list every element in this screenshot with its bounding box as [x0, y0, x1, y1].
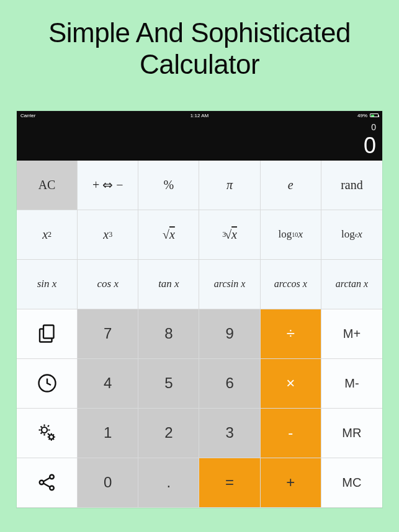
memory-minus-button[interactable]: M-: [321, 359, 382, 409]
keypad: AC + ⇔ − % π e rand x2 x3 √x 3√x log10 x…: [17, 161, 382, 508]
cos-button[interactable]: cos x: [78, 260, 138, 309]
memory-recall-button[interactable]: MR: [321, 409, 382, 458]
sin-button[interactable]: sin x: [17, 260, 78, 309]
cbrt-button[interactable]: 3√x: [199, 210, 260, 260]
digit-4-button[interactable]: 4: [78, 359, 138, 409]
memory-plus-button[interactable]: M+: [321, 309, 382, 359]
sign-toggle-button[interactable]: + ⇔ −: [78, 161, 138, 210]
battery-pct: 49%: [357, 113, 367, 118]
headline-line-1: Simple And Sophisticated: [48, 17, 351, 48]
headline-line-2: Calculator: [140, 49, 259, 79]
device-frame: Carrier 1:12 AM 49% 0 0 AC + ⇔ − % π e r…: [17, 111, 382, 508]
share-button[interactable]: [17, 458, 78, 508]
svg-point-4: [39, 481, 43, 485]
headline: Simple And Sophisticated Calculator: [0, 0, 399, 86]
log10-button[interactable]: log10 x: [261, 210, 321, 260]
digit-6-button[interactable]: 6: [199, 359, 260, 409]
tan-button[interactable]: tan x: [138, 260, 199, 309]
rand-button[interactable]: rand: [321, 161, 382, 210]
digit-9-button[interactable]: 9: [199, 309, 260, 359]
digit-7-button[interactable]: 7: [78, 309, 138, 359]
display-primary: 0: [23, 133, 376, 158]
clock-icon: [36, 372, 58, 394]
carrier-label: Carrier: [20, 113, 35, 118]
digit-1-button[interactable]: 1: [78, 409, 138, 458]
multiply-button[interactable]: ×: [261, 359, 321, 409]
subtract-button[interactable]: -: [261, 409, 321, 458]
percent-button[interactable]: %: [138, 161, 199, 210]
settings-button[interactable]: [17, 409, 78, 458]
arctan-button[interactable]: arctan x: [321, 260, 382, 309]
add-button[interactable]: +: [261, 458, 321, 508]
digit-3-button[interactable]: 3: [199, 409, 260, 458]
clock-label: 1:12 AM: [191, 113, 208, 118]
status-bar: Carrier 1:12 AM 49%: [17, 111, 382, 120]
digit-5-button[interactable]: 5: [138, 359, 199, 409]
svg-point-3: [49, 435, 53, 440]
svg-point-2: [42, 427, 47, 433]
e-button[interactable]: e: [261, 161, 321, 210]
svg-point-5: [50, 475, 54, 479]
arcsin-button[interactable]: arcsin x: [199, 260, 260, 309]
digit-0-button[interactable]: 0: [78, 458, 138, 508]
arccos-button[interactable]: arccos x: [261, 260, 321, 309]
sqrt-button[interactable]: √x: [138, 210, 199, 260]
memory-clear-button[interactable]: MC: [321, 458, 382, 508]
svg-rect-0: [43, 326, 54, 339]
digit-8-button[interactable]: 8: [138, 309, 199, 359]
pi-button[interactable]: π: [199, 161, 260, 210]
x-cubed-button[interactable]: x3: [78, 210, 138, 260]
divide-button[interactable]: ÷: [261, 309, 321, 359]
display-secondary: 0: [23, 122, 376, 133]
x-squared-button[interactable]: x2: [17, 210, 78, 260]
gears-icon: [36, 422, 58, 444]
svg-point-6: [50, 486, 54, 490]
decimal-button[interactable]: .: [138, 458, 199, 508]
share-icon: [36, 471, 58, 494]
ln-button[interactable]: loge x: [321, 210, 382, 260]
digit-2-button[interactable]: 2: [138, 409, 199, 458]
history-button[interactable]: [17, 359, 78, 409]
equals-button[interactable]: =: [199, 458, 260, 508]
battery-icon: [370, 113, 379, 117]
copy-button[interactable]: [17, 309, 78, 359]
ac-button[interactable]: AC: [17, 161, 78, 210]
calculator-display: 0 0: [17, 120, 382, 161]
copy-icon: [36, 322, 58, 345]
